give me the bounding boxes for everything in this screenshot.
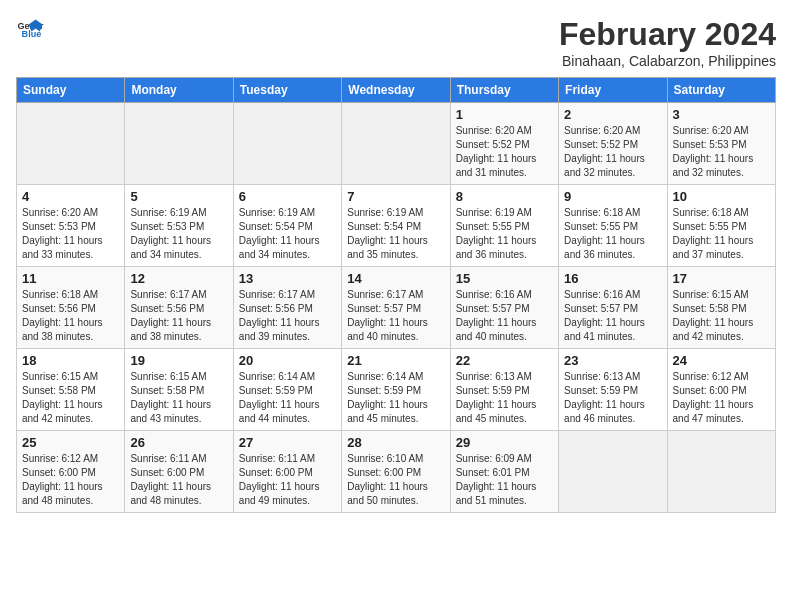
calendar-cell: 19Sunrise: 6:15 AMSunset: 5:58 PMDayligh… — [125, 349, 233, 431]
day-info: Sunrise: 6:18 AMSunset: 5:56 PMDaylight:… — [22, 288, 119, 344]
day-info: Sunrise: 6:12 AMSunset: 6:00 PMDaylight:… — [22, 452, 119, 508]
calendar-cell: 17Sunrise: 6:15 AMSunset: 5:58 PMDayligh… — [667, 267, 775, 349]
day-header: Wednesday — [342, 78, 450, 103]
day-number: 18 — [22, 353, 119, 368]
day-info: Sunrise: 6:19 AMSunset: 5:53 PMDaylight:… — [130, 206, 227, 262]
calendar-cell: 25Sunrise: 6:12 AMSunset: 6:00 PMDayligh… — [17, 431, 125, 513]
day-info: Sunrise: 6:18 AMSunset: 5:55 PMDaylight:… — [673, 206, 770, 262]
day-number: 25 — [22, 435, 119, 450]
calendar-cell: 1Sunrise: 6:20 AMSunset: 5:52 PMDaylight… — [450, 103, 558, 185]
calendar-cell: 29Sunrise: 6:09 AMSunset: 6:01 PMDayligh… — [450, 431, 558, 513]
day-info: Sunrise: 6:16 AMSunset: 5:57 PMDaylight:… — [564, 288, 661, 344]
calendar-cell: 14Sunrise: 6:17 AMSunset: 5:57 PMDayligh… — [342, 267, 450, 349]
day-info: Sunrise: 6:10 AMSunset: 6:00 PMDaylight:… — [347, 452, 444, 508]
calendar-cell — [667, 431, 775, 513]
calendar-cell: 6Sunrise: 6:19 AMSunset: 5:54 PMDaylight… — [233, 185, 341, 267]
calendar-cell: 7Sunrise: 6:19 AMSunset: 5:54 PMDaylight… — [342, 185, 450, 267]
day-number: 17 — [673, 271, 770, 286]
day-info: Sunrise: 6:13 AMSunset: 5:59 PMDaylight:… — [456, 370, 553, 426]
day-number: 16 — [564, 271, 661, 286]
day-info: Sunrise: 6:11 AMSunset: 6:00 PMDaylight:… — [239, 452, 336, 508]
calendar-cell: 10Sunrise: 6:18 AMSunset: 5:55 PMDayligh… — [667, 185, 775, 267]
day-number: 10 — [673, 189, 770, 204]
day-info: Sunrise: 6:19 AMSunset: 5:55 PMDaylight:… — [456, 206, 553, 262]
calendar-cell: 20Sunrise: 6:14 AMSunset: 5:59 PMDayligh… — [233, 349, 341, 431]
day-info: Sunrise: 6:11 AMSunset: 6:00 PMDaylight:… — [130, 452, 227, 508]
day-number: 13 — [239, 271, 336, 286]
calendar-week-row: 18Sunrise: 6:15 AMSunset: 5:58 PMDayligh… — [17, 349, 776, 431]
day-number: 9 — [564, 189, 661, 204]
day-header: Monday — [125, 78, 233, 103]
calendar-table: SundayMondayTuesdayWednesdayThursdayFrid… — [16, 77, 776, 513]
day-number: 26 — [130, 435, 227, 450]
day-number: 12 — [130, 271, 227, 286]
day-header: Friday — [559, 78, 667, 103]
day-number: 6 — [239, 189, 336, 204]
calendar-cell: 2Sunrise: 6:20 AMSunset: 5:52 PMDaylight… — [559, 103, 667, 185]
day-number: 24 — [673, 353, 770, 368]
calendar-cell: 9Sunrise: 6:18 AMSunset: 5:55 PMDaylight… — [559, 185, 667, 267]
day-info: Sunrise: 6:18 AMSunset: 5:55 PMDaylight:… — [564, 206, 661, 262]
page-header: General Blue February 2024 Binahaan, Cal… — [16, 16, 776, 69]
calendar-cell — [17, 103, 125, 185]
day-number: 15 — [456, 271, 553, 286]
day-header: Sunday — [17, 78, 125, 103]
day-info: Sunrise: 6:17 AMSunset: 5:56 PMDaylight:… — [239, 288, 336, 344]
calendar-cell: 15Sunrise: 6:16 AMSunset: 5:57 PMDayligh… — [450, 267, 558, 349]
day-info: Sunrise: 6:15 AMSunset: 5:58 PMDaylight:… — [130, 370, 227, 426]
day-info: Sunrise: 6:17 AMSunset: 5:57 PMDaylight:… — [347, 288, 444, 344]
day-number: 20 — [239, 353, 336, 368]
calendar-cell: 26Sunrise: 6:11 AMSunset: 6:00 PMDayligh… — [125, 431, 233, 513]
day-header: Tuesday — [233, 78, 341, 103]
calendar-cell: 8Sunrise: 6:19 AMSunset: 5:55 PMDaylight… — [450, 185, 558, 267]
calendar-body: 1Sunrise: 6:20 AMSunset: 5:52 PMDaylight… — [17, 103, 776, 513]
calendar-header-row: SundayMondayTuesdayWednesdayThursdayFrid… — [17, 78, 776, 103]
month-year-title: February 2024 — [559, 16, 776, 53]
calendar-cell: 12Sunrise: 6:17 AMSunset: 5:56 PMDayligh… — [125, 267, 233, 349]
calendar-cell: 23Sunrise: 6:13 AMSunset: 5:59 PMDayligh… — [559, 349, 667, 431]
calendar-cell: 11Sunrise: 6:18 AMSunset: 5:56 PMDayligh… — [17, 267, 125, 349]
day-info: Sunrise: 6:15 AMSunset: 5:58 PMDaylight:… — [673, 288, 770, 344]
day-number: 1 — [456, 107, 553, 122]
day-number: 22 — [456, 353, 553, 368]
day-number: 19 — [130, 353, 227, 368]
day-info: Sunrise: 6:20 AMSunset: 5:53 PMDaylight:… — [22, 206, 119, 262]
day-number: 8 — [456, 189, 553, 204]
calendar-cell: 27Sunrise: 6:11 AMSunset: 6:00 PMDayligh… — [233, 431, 341, 513]
calendar-cell — [559, 431, 667, 513]
calendar-cell: 16Sunrise: 6:16 AMSunset: 5:57 PMDayligh… — [559, 267, 667, 349]
day-number: 23 — [564, 353, 661, 368]
day-info: Sunrise: 6:20 AMSunset: 5:52 PMDaylight:… — [564, 124, 661, 180]
day-info: Sunrise: 6:14 AMSunset: 5:59 PMDaylight:… — [239, 370, 336, 426]
day-info: Sunrise: 6:20 AMSunset: 5:52 PMDaylight:… — [456, 124, 553, 180]
day-number: 4 — [22, 189, 119, 204]
calendar-week-row: 25Sunrise: 6:12 AMSunset: 6:00 PMDayligh… — [17, 431, 776, 513]
day-number: 11 — [22, 271, 119, 286]
day-info: Sunrise: 6:13 AMSunset: 5:59 PMDaylight:… — [564, 370, 661, 426]
calendar-cell: 18Sunrise: 6:15 AMSunset: 5:58 PMDayligh… — [17, 349, 125, 431]
calendar-cell: 3Sunrise: 6:20 AMSunset: 5:53 PMDaylight… — [667, 103, 775, 185]
day-info: Sunrise: 6:12 AMSunset: 6:00 PMDaylight:… — [673, 370, 770, 426]
calendar-cell: 4Sunrise: 6:20 AMSunset: 5:53 PMDaylight… — [17, 185, 125, 267]
day-info: Sunrise: 6:09 AMSunset: 6:01 PMDaylight:… — [456, 452, 553, 508]
day-number: 5 — [130, 189, 227, 204]
title-block: February 2024 Binahaan, Calabarzon, Phil… — [559, 16, 776, 69]
day-info: Sunrise: 6:16 AMSunset: 5:57 PMDaylight:… — [456, 288, 553, 344]
calendar-week-row: 11Sunrise: 6:18 AMSunset: 5:56 PMDayligh… — [17, 267, 776, 349]
day-header: Saturday — [667, 78, 775, 103]
day-info: Sunrise: 6:19 AMSunset: 5:54 PMDaylight:… — [239, 206, 336, 262]
logo: General Blue — [16, 16, 44, 44]
day-number: 21 — [347, 353, 444, 368]
logo-icon: General Blue — [16, 16, 44, 44]
calendar-cell: 28Sunrise: 6:10 AMSunset: 6:00 PMDayligh… — [342, 431, 450, 513]
calendar-week-row: 1Sunrise: 6:20 AMSunset: 5:52 PMDaylight… — [17, 103, 776, 185]
day-info: Sunrise: 6:20 AMSunset: 5:53 PMDaylight:… — [673, 124, 770, 180]
calendar-cell: 21Sunrise: 6:14 AMSunset: 5:59 PMDayligh… — [342, 349, 450, 431]
calendar-cell: 22Sunrise: 6:13 AMSunset: 5:59 PMDayligh… — [450, 349, 558, 431]
day-info: Sunrise: 6:15 AMSunset: 5:58 PMDaylight:… — [22, 370, 119, 426]
calendar-cell — [125, 103, 233, 185]
calendar-cell: 5Sunrise: 6:19 AMSunset: 5:53 PMDaylight… — [125, 185, 233, 267]
calendar-cell: 24Sunrise: 6:12 AMSunset: 6:00 PMDayligh… — [667, 349, 775, 431]
day-info: Sunrise: 6:17 AMSunset: 5:56 PMDaylight:… — [130, 288, 227, 344]
day-number: 29 — [456, 435, 553, 450]
